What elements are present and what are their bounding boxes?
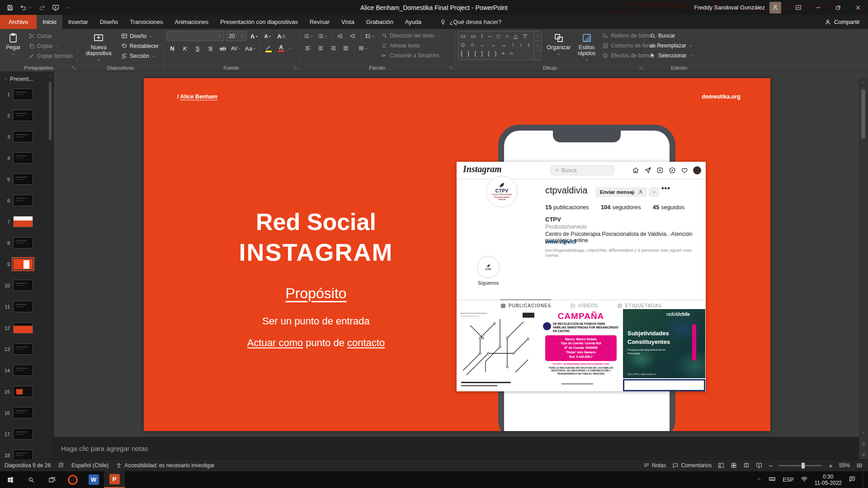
text-direction-button[interactable]: Dirección del texto bbox=[379, 32, 447, 40]
slide-thumbnail-15[interactable]: 15 bbox=[0, 386, 33, 397]
increase-font-size-button[interactable]: A bbox=[249, 31, 260, 41]
shapes-more-button[interactable] bbox=[534, 51, 541, 60]
taskbar-clock[interactable]: 0:3011-05-2022 bbox=[815, 474, 842, 486]
text-shadow-button[interactable]: S bbox=[204, 43, 216, 53]
restore-button[interactable] bbox=[828, 0, 848, 15]
start-slideshow-button[interactable] bbox=[52, 4, 59, 11]
slide-thumbnail-10[interactable]: 10 bbox=[0, 280, 33, 291]
slide-thumbnail-2[interactable]: 2 bbox=[0, 110, 33, 121]
font-color-button[interactable]: A bbox=[275, 43, 287, 53]
underline-button[interactable]: S bbox=[192, 43, 203, 53]
tab-archivo[interactable]: Archivo bbox=[0, 15, 37, 29]
action-center-button[interactable] bbox=[849, 475, 856, 484]
slide-editing-canvas[interactable]: / Alice Benham domestika.org Red Social … bbox=[54, 72, 859, 437]
font-dialog-launcher[interactable] bbox=[293, 66, 297, 70]
slide-thumbnail-5[interactable]: 5 bbox=[0, 174, 33, 185]
thumbnail-scrollbar[interactable] bbox=[47, 74, 53, 453]
tab-ayuda[interactable]: Ayuda bbox=[399, 15, 428, 29]
tab-diseno[interactable]: Diseño bbox=[94, 15, 124, 29]
chevron-down-icon[interactable] bbox=[288, 47, 292, 51]
minimize-button[interactable] bbox=[808, 0, 828, 15]
taskbar-search-button[interactable] bbox=[21, 471, 42, 488]
slide-thumbnail-13[interactable]: 13 bbox=[0, 343, 33, 355]
view-normal-button[interactable] bbox=[718, 462, 724, 469]
bold-button[interactable]: N bbox=[166, 43, 178, 53]
line-spacing-button[interactable] bbox=[363, 31, 377, 41]
previous-slide-button[interactable] bbox=[859, 439, 868, 448]
save-button[interactable] bbox=[6, 4, 14, 11]
task-view-button[interactable] bbox=[42, 471, 62, 488]
tab-animaciones[interactable]: Animaciones bbox=[169, 15, 214, 29]
shapes-scroll-up[interactable] bbox=[534, 32, 541, 41]
columns-button[interactable] bbox=[357, 43, 370, 53]
touch-keyboard-icon[interactable] bbox=[769, 475, 776, 484]
strikethrough-button[interactable]: ab bbox=[217, 43, 229, 53]
thumbnail-pane-header[interactable]: Present... bbox=[0, 72, 53, 82]
next-slide-button[interactable] bbox=[859, 450, 868, 459]
zoom-slider[interactable] bbox=[779, 465, 822, 466]
slide-9[interactable]: / Alice Benham domestika.org Red Social … bbox=[144, 78, 770, 431]
drawing-dialog-launcher[interactable] bbox=[639, 66, 643, 70]
input-language-indicator[interactable]: ESP bbox=[783, 477, 793, 483]
paragraph-dialog-launcher[interactable] bbox=[449, 66, 453, 70]
tell-me-box[interactable]: ¿Qué desea hacer? bbox=[440, 15, 501, 29]
increase-indent-button[interactable] bbox=[347, 31, 359, 41]
font-size-combo[interactable]: 20 bbox=[226, 31, 247, 41]
scrollbar-thumb[interactable] bbox=[861, 89, 865, 139]
section-button[interactable]: Sección bbox=[119, 52, 160, 60]
hidden-icons-button[interactable] bbox=[756, 476, 762, 483]
customize-qat-button[interactable] bbox=[66, 5, 70, 10]
align-right-button[interactable] bbox=[327, 43, 339, 53]
bullets-button[interactable] bbox=[302, 31, 315, 41]
decrease-indent-button[interactable] bbox=[334, 31, 346, 41]
slide-thumbnail-18[interactable]: 18 bbox=[0, 450, 33, 459]
font-name-combo[interactable] bbox=[166, 31, 224, 41]
character-spacing-button[interactable]: AV bbox=[230, 43, 243, 53]
powerpoint-app-icon[interactable]: P bbox=[104, 471, 125, 488]
copy-button[interactable]: Copiar bbox=[27, 42, 75, 50]
instagram-screenshot[interactable]: Instagram Busca CTPV Centro Psicoter bbox=[457, 162, 706, 391]
slide-thumbnail-12[interactable]: 12 bbox=[0, 322, 33, 333]
clipboard-dialog-launcher[interactable] bbox=[71, 66, 76, 70]
scroll-down-button[interactable] bbox=[859, 428, 868, 437]
canvas-scrollbar[interactable] bbox=[859, 78, 868, 459]
slide-layout-button[interactable]: Diseño bbox=[119, 32, 160, 40]
select-button[interactable]: Seleccionar bbox=[648, 52, 695, 60]
accessibility-checker[interactable]: Accesibilidad: es necesario investigar bbox=[116, 462, 214, 469]
slide-thumbnail-8[interactable]: 8 bbox=[0, 237, 33, 249]
slide-thumbnail-7[interactable]: 7 bbox=[0, 216, 33, 227]
quick-styles-button[interactable]: Estilosrápidos bbox=[576, 31, 598, 64]
slide-thumbnail-17[interactable]: 17 bbox=[0, 428, 33, 440]
align-left-button[interactable] bbox=[302, 43, 314, 53]
tab-insertar[interactable]: Insertar bbox=[62, 15, 94, 29]
shapes-scroll-down[interactable] bbox=[534, 41, 541, 51]
zoom-out-button[interactable]: − bbox=[769, 462, 773, 469]
comments-toggle[interactable]: Comentarios bbox=[672, 462, 712, 469]
zoom-slider-thumb[interactable] bbox=[802, 463, 805, 469]
align-center-button[interactable] bbox=[315, 43, 326, 53]
reset-slide-button[interactable]: Restablecer bbox=[119, 42, 160, 50]
show-desktop-button[interactable] bbox=[863, 471, 865, 488]
notes-toggle[interactable]: Notas bbox=[643, 462, 666, 469]
fit-to-window-button[interactable] bbox=[856, 462, 863, 469]
share-button[interactable]: Compartir bbox=[816, 15, 868, 29]
decrease-font-size-button[interactable]: A bbox=[262, 31, 274, 41]
network-icon[interactable] bbox=[801, 475, 808, 484]
slide-thumbnail-4[interactable]: 4 bbox=[0, 152, 33, 164]
account-avatar[interactable] bbox=[769, 2, 781, 14]
tab-transiciones[interactable]: Transiciones bbox=[124, 15, 169, 29]
spell-check-button[interactable] bbox=[58, 462, 64, 469]
collapse-ribbon-button[interactable] bbox=[859, 64, 864, 69]
start-button[interactable] bbox=[0, 471, 21, 488]
cut-button[interactable]: Cortar bbox=[27, 32, 75, 40]
scroll-up-button[interactable] bbox=[859, 78, 868, 87]
paste-button[interactable]: Pegar bbox=[3, 31, 24, 58]
word-app-icon[interactable]: W bbox=[83, 471, 104, 488]
convert-smartart-button[interactable]: Convertir a SmartArt bbox=[379, 52, 447, 60]
format-painter-button[interactable]: Copiar formato bbox=[27, 52, 75, 60]
slide-site-label[interactable]: domestika.org bbox=[702, 94, 741, 100]
change-case-button[interactable]: Aa bbox=[244, 43, 258, 53]
slide-counter[interactable]: Diapositiva 9 de 26 bbox=[5, 462, 51, 469]
browser-app-icon[interactable] bbox=[62, 471, 83, 488]
notes-pane[interactable]: Haga clic para agregar notas bbox=[54, 437, 859, 459]
